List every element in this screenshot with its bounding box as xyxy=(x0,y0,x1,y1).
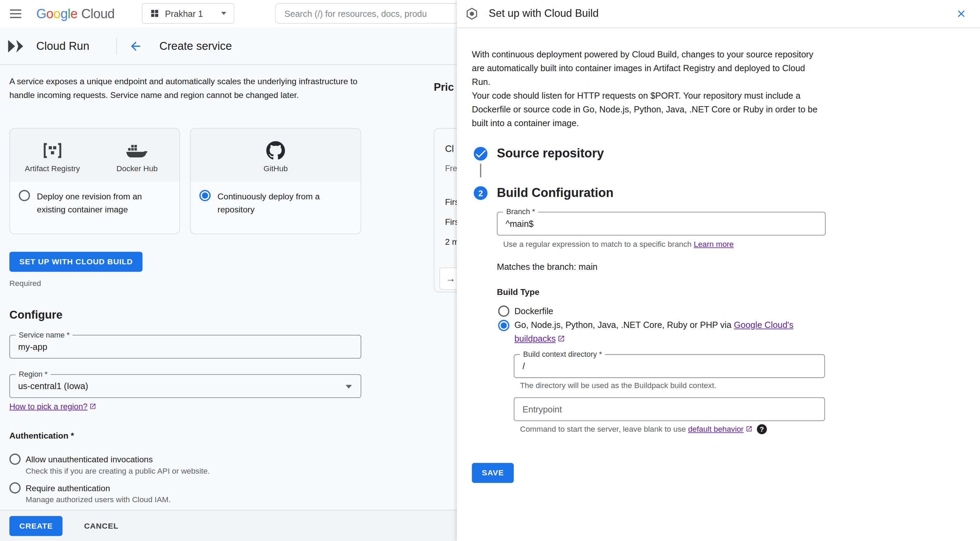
region-help-link-text: How to pick a region? xyxy=(9,402,88,411)
project-selector[interactable]: Prakhar 1 xyxy=(142,3,234,24)
external-link-icon xyxy=(89,403,96,410)
external-link-icon xyxy=(558,335,565,342)
back-button[interactable] xyxy=(127,38,144,54)
build-context-helper: The directory will be used as the Buildp… xyxy=(520,381,716,390)
header-divider xyxy=(116,38,117,55)
build-context-field[interactable]: Build context directory * xyxy=(514,354,825,378)
google-cloud-logo[interactable]: Google Cloud xyxy=(36,0,115,27)
external-link-icon xyxy=(746,425,752,432)
auth-unauthenticated-option[interactable]: Allow unauthenticated invocations xyxy=(9,454,153,465)
artifact-registry-option[interactable]: Artifact Registry xyxy=(10,141,95,173)
auth-unauthenticated-label: Allow unauthenticated invocations xyxy=(26,454,153,464)
cloud-build-panel: Set up with Cloud Build With continuous … xyxy=(457,0,980,541)
branch-helper: Use a regular expression to match to a s… xyxy=(503,240,734,249)
branch-match-text: Matches the branch: main xyxy=(497,262,598,272)
default-behavior-link-text: default behavior xyxy=(688,425,744,433)
panel-header: Set up with Cloud Build xyxy=(457,0,980,28)
project-name: Prakhar 1 xyxy=(165,9,203,19)
close-icon xyxy=(956,8,967,20)
pricing-card-title: Cl xyxy=(445,143,454,154)
github-label: GitHub xyxy=(263,164,288,173)
dockerfile-label: Dockerfile xyxy=(514,306,553,316)
docker-hub-option[interactable]: Docker Hub xyxy=(95,141,179,173)
radio-unchecked-icon xyxy=(498,306,510,317)
github-icon xyxy=(266,141,285,160)
panel-title: Set up with Cloud Build xyxy=(488,8,599,20)
docker-hub-label: Docker Hub xyxy=(116,164,158,173)
configure-heading: Configure xyxy=(9,309,62,322)
build-context-input[interactable] xyxy=(523,361,816,371)
region-label: Region * xyxy=(16,370,51,379)
panel-intro: With continuous deployment powered by Cl… xyxy=(472,48,826,130)
back-arrow-icon xyxy=(129,40,142,53)
required-note: Required xyxy=(9,279,41,288)
auth-required-label: Require authentication xyxy=(26,483,110,493)
region-help-link[interactable]: How to pick a region? xyxy=(9,402,96,411)
radio-checked-icon xyxy=(199,190,211,201)
auth-required-option[interactable]: Require authentication xyxy=(9,482,110,493)
default-behavior-link[interactable]: default behavior xyxy=(688,425,752,433)
dockerfile-option[interactable]: Dockerfile xyxy=(498,306,553,317)
region-help: How to pick a region? xyxy=(9,402,96,411)
intro-paragraph-1: With continuous deployment powered by Cl… xyxy=(472,48,826,89)
page-title: Create service xyxy=(159,40,232,53)
cloud-build-icon xyxy=(465,6,479,21)
intro-text: A service exposes a unique endpoint and … xyxy=(9,75,360,102)
setup-cloud-build-button[interactable]: SET UP WITH CLOUD BUILD xyxy=(9,252,143,271)
hamburger-icon xyxy=(10,9,21,18)
auth-unauthenticated-desc: Check this if you are creating a public … xyxy=(26,467,210,475)
existing-image-radio-label: Deploy one revision from an existing con… xyxy=(37,190,170,216)
repository-radio-row[interactable]: Continuously deploy from a repository xyxy=(191,182,360,224)
close-button[interactable] xyxy=(953,5,970,23)
github-option[interactable]: GitHub xyxy=(191,141,360,173)
build-type-label: Build Type xyxy=(497,287,539,297)
build-context-label: Build context directory * xyxy=(520,350,605,359)
screen: Google Cloud Prakhar 1 Cloud Run Create … xyxy=(0,0,980,541)
branch-helper-text: Use a regular expression to match to a s… xyxy=(503,240,694,249)
buildpacks-label: Go, Node.js, Python, Java, .NET Core, Ru… xyxy=(514,318,803,346)
artifact-registry-icon xyxy=(42,141,62,160)
entrypoint-input[interactable] xyxy=(523,404,816,414)
existing-image-card: Artifact Registry Docker Hub Deploy one … xyxy=(9,128,180,235)
intro-paragraph-2: Your code should listen for HTTP request… xyxy=(472,89,826,130)
entrypoint-helper-text: Command to start the server, leave blank… xyxy=(520,425,752,433)
repository-radio-label: Continuously deploy from a repository xyxy=(218,190,352,216)
radio-unchecked-icon xyxy=(19,190,30,201)
region-select[interactable]: Region * us-central1 (Iowa) xyxy=(9,374,361,398)
step1-complete-icon xyxy=(474,147,488,160)
service-name-input[interactable] xyxy=(18,342,352,352)
radio-checked-icon xyxy=(498,320,510,332)
cloud-logo-text: Cloud xyxy=(81,6,115,21)
radio-unchecked-icon xyxy=(9,482,21,493)
cancel-button[interactable]: CANCEL xyxy=(79,516,123,536)
entrypoint-helper-prefix: Command to start the server, leave blank… xyxy=(520,425,688,433)
step2-number-badge: 2 xyxy=(474,186,488,200)
auth-required-desc: Manage authorized users with Cloud IAM. xyxy=(26,495,171,504)
radio-unchecked-icon xyxy=(9,454,21,465)
save-button[interactable]: SAVE xyxy=(472,463,514,483)
step1-title: Source repository xyxy=(497,146,604,160)
service-name-label: Service name * xyxy=(16,331,73,340)
branch-input[interactable] xyxy=(506,219,817,228)
docker-icon xyxy=(127,141,148,160)
existing-image-radio-row[interactable]: Deploy one revision from an existing con… xyxy=(10,182,180,224)
google-logo-text: Google xyxy=(36,6,77,21)
create-button[interactable]: CREATE xyxy=(9,516,63,536)
pricing-card-subtitle: Fre xyxy=(445,163,457,173)
menu-button[interactable] xyxy=(8,7,24,21)
authentication-heading: Authentication * xyxy=(9,431,74,440)
buildpacks-option[interactable]: Go, Node.js, Python, Java, .NET Core, Ru… xyxy=(498,318,803,346)
stepper-connector xyxy=(480,163,481,177)
repository-card: GitHub Continuously deploy from a reposi… xyxy=(190,128,361,235)
repo-options: GitHub xyxy=(191,129,360,181)
registry-options: Artifact Registry Docker Hub xyxy=(10,129,180,181)
region-value: us-central1 (Iowa) xyxy=(18,381,88,391)
chevron-down-icon xyxy=(221,12,226,15)
pricing-heading: Pric xyxy=(434,81,453,94)
entrypoint-field[interactable] xyxy=(514,397,825,421)
help-icon[interactable]: ? xyxy=(757,424,767,434)
learn-more-link[interactable]: Learn more xyxy=(694,240,734,249)
chevron-down-icon xyxy=(345,385,352,389)
branch-field[interactable]: Branch * xyxy=(497,212,826,235)
service-name-field[interactable]: Service name * xyxy=(9,335,361,359)
